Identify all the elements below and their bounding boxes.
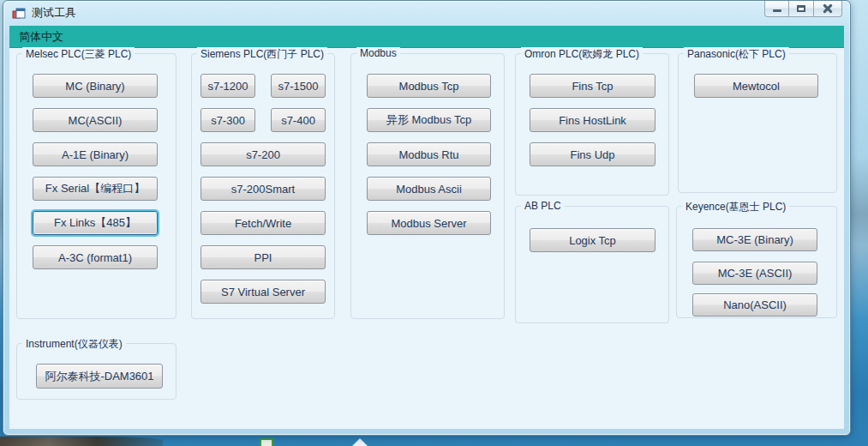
- button-fetch-write[interactable]: Fetch/Write: [201, 211, 326, 235]
- app-window: 测试工具 简体中文 Melsec PLC(三菱 PLC) MC (Binary)…: [3, 0, 851, 436]
- group-omron-plc: Omron PLC(欧姆龙 PLC) Fins Tcp Fins HostLin…: [515, 53, 669, 196]
- group-title: Melsec PLC(三菱 PLC): [22, 47, 135, 62]
- group-title: Panasonic(松下 PLC): [684, 47, 789, 62]
- group-title: Siemens PLC(西门子 PLC): [197, 47, 327, 62]
- group-melsec-plc: Melsec PLC(三菱 PLC) MC (Binary) MC(ASCII)…: [16, 53, 177, 319]
- desktop-icon[interactable]: [260, 438, 273, 446]
- button-mc-binary[interactable]: MC (Binary): [33, 74, 158, 98]
- desktop-icon[interactable]: [352, 438, 368, 446]
- button-ppi[interactable]: PPI: [201, 245, 326, 269]
- button-s7-1500[interactable]: s7-1500: [271, 74, 326, 98]
- group-siemens-plc: Siemens PLC(西门子 PLC) s7-1200 s7-1500 s7-…: [191, 53, 335, 319]
- app-icon: [12, 7, 26, 21]
- group-instrument: Instrument(仪器仪表) 阿尔泰科技-DAM3601: [16, 343, 177, 400]
- minimize-button[interactable]: [764, 1, 789, 17]
- button-fx-links-485[interactable]: Fx Links【485】: [33, 211, 158, 235]
- close-button[interactable]: [814, 1, 842, 17]
- button-modbus-ascii[interactable]: Modbus Ascii: [367, 177, 491, 201]
- group-ab-plc: AB PLC Logix Tcp: [515, 206, 669, 323]
- button-s7-200smart[interactable]: s7-200Smart: [201, 177, 326, 201]
- button-s7-1200[interactable]: s7-1200: [201, 74, 255, 98]
- button-s7-200[interactable]: s7-200: [201, 142, 326, 166]
- group-title: AB PLC: [521, 200, 565, 212]
- button-mc3e-ascii[interactable]: MC-3E (ASCII): [692, 262, 817, 285]
- button-modbus-rtu[interactable]: Modbus Rtu: [367, 142, 491, 166]
- desktop-background-rocks: [0, 437, 163, 446]
- maximize-button[interactable]: [789, 1, 814, 17]
- menubar: 简体中文: [9, 26, 844, 48]
- button-mewtocol[interactable]: Mewtocol: [694, 74, 818, 98]
- group-title: Modbus: [356, 47, 400, 59]
- titlebar[interactable]: 测试工具: [3, 1, 850, 26]
- button-modbus-server[interactable]: Modbus Server: [367, 211, 491, 235]
- button-nano-ascii[interactable]: Nano(ASCII): [692, 293, 817, 316]
- button-mc-ascii[interactable]: MC(ASCII): [33, 108, 158, 132]
- menu-item-language[interactable]: 简体中文: [9, 26, 73, 48]
- group-modbus: Modbus Modbus Tcp 异形 Modbus Tcp Modbus R…: [350, 53, 505, 319]
- button-s7-virtual-server[interactable]: S7 Virtual Server: [201, 280, 326, 304]
- group-title: Keyence(基恩士 PLC): [682, 200, 789, 214]
- group-title: Omron PLC(欧姆龙 PLC): [521, 47, 643, 62]
- button-s7-400[interactable]: s7-400: [271, 108, 326, 132]
- group-title: Instrument(仪器仪表): [22, 337, 126, 352]
- button-logix-tcp[interactable]: Logix Tcp: [530, 228, 655, 252]
- group-panasonic-plc: Panasonic(松下 PLC) Mewtocol: [678, 53, 837, 193]
- button-s7-300[interactable]: s7-300: [201, 108, 255, 132]
- client-area: Melsec PLC(三菱 PLC) MC (Binary) MC(ASCII)…: [9, 48, 844, 429]
- close-icon: [823, 4, 833, 14]
- button-fx-serial[interactable]: Fx Serial【编程口】: [33, 177, 158, 201]
- button-dam3601[interactable]: 阿尔泰科技-DAM3601: [36, 364, 163, 389]
- button-a3c-format1[interactable]: A-3C (format1): [33, 245, 158, 269]
- maximize-icon: [797, 5, 805, 12]
- group-keyence-plc: Keyence(基恩士 PLC) MC-3E (Binary) MC-3E (A…: [676, 206, 837, 318]
- button-mc3e-binary[interactable]: MC-3E (Binary): [692, 228, 817, 251]
- window-title: 测试工具: [32, 1, 76, 25]
- button-fins-tcp[interactable]: Fins Tcp: [530, 74, 655, 98]
- button-alien-modbus-tcp[interactable]: 异形 Modbus Tcp: [367, 108, 491, 132]
- button-fins-hostlink[interactable]: Fins HostLink: [530, 108, 655, 132]
- button-modbus-tcp[interactable]: Modbus Tcp: [367, 74, 491, 98]
- minimize-icon: [773, 9, 781, 12]
- button-fins-udp[interactable]: Fins Udp: [530, 142, 655, 166]
- window-controls: [764, 1, 842, 17]
- button-a1e-binary[interactable]: A-1E (Binary): [33, 142, 158, 166]
